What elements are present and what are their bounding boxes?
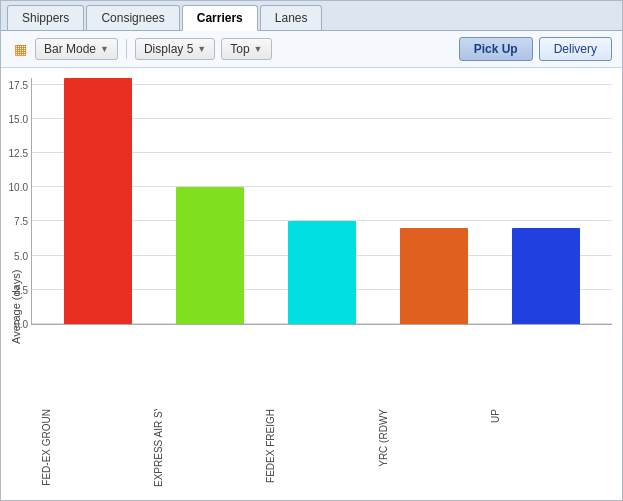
tab-bar: Shippers Consignees Carriers Lanes [1, 1, 622, 31]
y-tick-label: 2.5 [14, 284, 28, 295]
bar-mode-arrow-icon: ▼ [100, 44, 109, 54]
top-button[interactable]: Top ▼ [221, 38, 271, 60]
bar [176, 187, 243, 324]
y-tick-label: 15.0 [9, 114, 28, 125]
tab-shippers[interactable]: Shippers [7, 5, 84, 30]
tab-consignees[interactable]: Consignees [86, 5, 179, 30]
display-arrow-icon: ▼ [197, 44, 206, 54]
separator-1 [126, 39, 127, 59]
tab-lanes[interactable]: Lanes [260, 5, 323, 30]
bar-group [42, 78, 154, 324]
y-tick-label: 5.0 [14, 250, 28, 261]
grid-area: 0.02.55.07.510.012.515.017.5 [31, 78, 612, 325]
bar [400, 228, 467, 324]
bars-container [42, 78, 602, 324]
y-axis-label: Average (days) [1, 78, 31, 485]
y-tick-label: 12.5 [9, 148, 28, 159]
x-axis-label: UP [490, 409, 602, 423]
y-tick-label: 7.5 [14, 216, 28, 227]
y-tick-label: 10.0 [9, 182, 28, 193]
main-container: Shippers Consignees Carriers Lanes ▦ Bar… [0, 0, 623, 501]
delivery-button[interactable]: Delivery [539, 37, 612, 61]
x-labels: FED-EX GROUNEXPRESS AIR SYSTFEDEX FREIGH… [31, 405, 612, 485]
y-tick-label: 17.5 [9, 79, 28, 90]
y-tick-label: 0.0 [14, 319, 28, 330]
x-axis-label: EXPRESS AIR SYST [153, 409, 265, 487]
bar-group [378, 78, 490, 324]
bar [288, 221, 355, 324]
chart-icon: ▦ [11, 40, 29, 58]
top-arrow-icon: ▼ [254, 44, 263, 54]
chart-inner: 0.02.55.07.510.012.515.017.5 FED-EX GROU… [31, 78, 612, 485]
bar [64, 78, 131, 324]
x-axis-label: FED-EX GROUN [41, 409, 153, 486]
bar-group [154, 78, 266, 324]
tab-carriers[interactable]: Carriers [182, 5, 258, 31]
bar-mode-button[interactable]: Bar Mode ▼ [35, 38, 118, 60]
x-axis-label: YRC (RDWY [378, 409, 490, 467]
pickup-button[interactable]: Pick Up [459, 37, 533, 61]
bar-group [490, 78, 602, 324]
toolbar: ▦ Bar Mode ▼ Display 5 ▼ Top ▼ Pick Up D… [1, 31, 622, 68]
chart-area: Average (days) 0.02.55.07.510.012.515.01… [1, 68, 622, 495]
display-button[interactable]: Display 5 ▼ [135, 38, 215, 60]
bar-group [266, 78, 378, 324]
bar [512, 228, 579, 324]
x-axis-label: FEDEX FREIGH [265, 409, 377, 483]
